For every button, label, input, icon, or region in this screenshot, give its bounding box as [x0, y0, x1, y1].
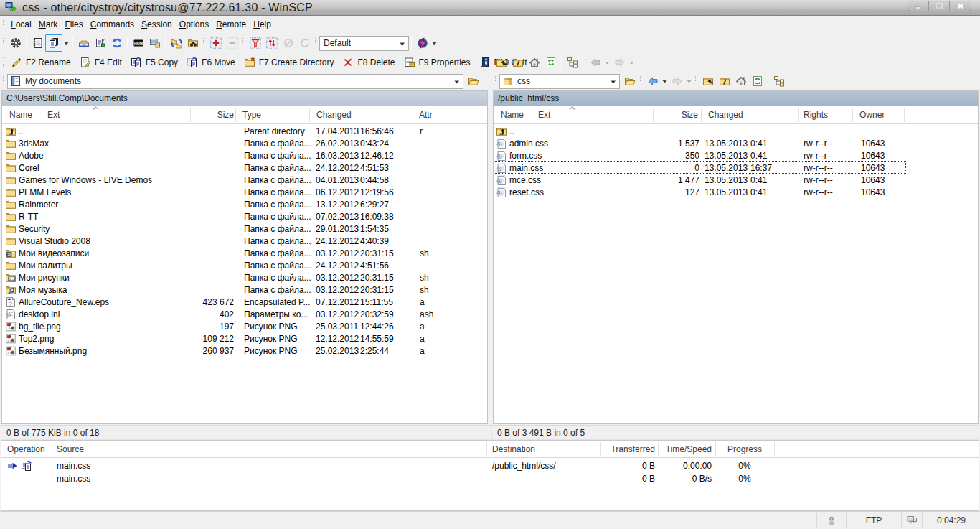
- home-button[interactable]: [732, 72, 749, 90]
- file-row-Games for Windows - LIVE Demos[interactable]: Games for Windows - LIVE DemosПапка с фа…: [2, 174, 487, 187]
- dropdown-caret[interactable]: [661, 72, 669, 90]
- synchronize-browsing-button[interactable]: [75, 34, 92, 52]
- menu-session[interactable]: Session: [138, 18, 176, 32]
- transfer-settings-button[interactable]: [92, 34, 108, 52]
- file-row-mce.css[interactable]: mce.css1 47713.05.20130:41rw-r--r--10643: [494, 174, 978, 187]
- combo-arrow-icon[interactable]: [611, 80, 616, 84]
- synchronize-button[interactable]: [168, 34, 184, 52]
- toolbar-grip[interactable]: [242, 37, 245, 49]
- file-row-admin.css[interactable]: admin.css1 53713.05.20130:41rw-r--r--106…: [494, 138, 978, 150]
- column-header-rights[interactable]: Rights: [804, 109, 828, 121]
- queue-column-source[interactable]: Source: [57, 444, 84, 456]
- file-row-desktop.ini[interactable]: desktop.ini402Параметры ко...03.12.20122…: [2, 309, 487, 321]
- file-row-Rainmeter[interactable]: RainmeterПапка с файла...13.12.20126:29:…: [2, 199, 487, 211]
- file-row-Безымянный.png[interactable]: Безымянный.png260 937Рисунок PNG25.02.20…: [2, 345, 487, 357]
- column-header-size[interactable]: Size: [191, 109, 234, 121]
- home-directory-button[interactable]: HOM: [130, 34, 146, 52]
- refresh-button[interactable]: [108, 34, 125, 52]
- tree-button[interactable]: [771, 72, 787, 90]
- menu-remote[interactable]: Remote: [212, 18, 250, 32]
- root-directory-button[interactable]: [509, 54, 526, 71]
- menu-files[interactable]: Files: [61, 18, 86, 32]
- combo-arrow-icon[interactable]: [454, 80, 460, 84]
- find-files-button[interactable]: [184, 34, 201, 52]
- file-row-Adobe[interactable]: AdobeПапка с файла...16.03.201312:46:12: [2, 150, 487, 162]
- delete-button[interactable]: F8 Delete: [339, 55, 400, 70]
- file-row-parent[interactable]: ..: [494, 126, 978, 138]
- local-open-directory-button[interactable]: [465, 72, 481, 90]
- select-button[interactable]: [207, 34, 224, 52]
- file-row-Top2.png[interactable]: Top2.png109 212Рисунок PNG12.12.201214:5…: [2, 333, 487, 345]
- status-network-cell[interactable]: [901, 513, 922, 528]
- invert-selection-button[interactable]: [263, 34, 280, 52]
- menu-help[interactable]: Help: [250, 18, 275, 32]
- combo-arrow-icon[interactable]: [400, 42, 405, 46]
- queue-column-transferred[interactable]: Transferred: [600, 444, 655, 456]
- column-header-changed[interactable]: Changed: [708, 109, 743, 121]
- queue-column-time-speed[interactable]: Time/Speed: [658, 444, 712, 456]
- status-lock-cell[interactable]: [816, 513, 846, 528]
- title-bar[interactable]: css - other/citystroy/citystrosu@77.222.…: [0, 0, 980, 16]
- minimize-button[interactable]: [908, 1, 929, 11]
- file-row-main.css[interactable]: main.css013.05.201316:37rw-r--r--10643: [494, 162, 978, 174]
- dropdown-caret[interactable]: [628, 54, 636, 71]
- column-divider[interactable]: [798, 108, 799, 122]
- copy-button[interactable]: F5 Copy: [127, 55, 183, 70]
- queue-column-operation[interactable]: Operation: [7, 444, 45, 456]
- column-header-changed[interactable]: Changed: [316, 109, 352, 121]
- close-button[interactable]: [950, 1, 971, 11]
- filter-button[interactable]: [247, 34, 263, 52]
- file-row-Мои видеозаписи[interactable]: Мои видеозаписиПапка с файла...03.12.201…: [2, 248, 487, 260]
- console-button[interactable]: [146, 34, 163, 52]
- toolbar-grip[interactable]: [694, 75, 697, 87]
- column-divider[interactable]: [461, 108, 461, 122]
- column-header-name[interactable]: Name: [9, 109, 32, 121]
- file-row-Security[interactable]: SecurityПапка с файла...29.01.20131:54:3…: [2, 223, 487, 235]
- toolbar-grip[interactable]: [202, 37, 205, 49]
- column-divider[interactable]: [415, 108, 415, 122]
- move-button[interactable]: F6 Move: [183, 55, 240, 70]
- toolbar-grip[interactable]: [639, 75, 642, 87]
- file-row-PFMM Levels[interactable]: PFMM LevelsПапка с файла...06.12.201212:…: [2, 187, 487, 199]
- file-row-3dsMax[interactable]: 3dsMaxПапка с файла...26.02.20130:43:24: [2, 138, 487, 150]
- local-directory-combo[interactable]: My documents: [7, 74, 463, 89]
- file-row-bg_tile.png[interactable]: bg_tile.png197Рисунок PNG25.03.201112:44…: [2, 321, 487, 333]
- maximize-button[interactable]: [929, 1, 950, 11]
- file-row-parent[interactable]: ..Parent directory17.04.201316:56:46r: [2, 126, 487, 138]
- menu-mark[interactable]: Mark: [35, 18, 62, 32]
- queue-row[interactable]: main.css/public_html/css/0 B0:00:000%: [1, 459, 979, 472]
- preferences-gear-button[interactable]: [7, 34, 24, 52]
- sessions-notebook-button[interactable]: [29, 34, 45, 52]
- column-header-owner[interactable]: Owner: [859, 109, 885, 121]
- local-path-bar[interactable]: C:\Users\Still.Comp\Documents: [2, 91, 487, 106]
- queue-column-divider[interactable]: [600, 442, 601, 456]
- queue-column-divider[interactable]: [486, 442, 487, 456]
- properties-button[interactable]: F9 Properties: [400, 55, 476, 70]
- column-divider[interactable]: [852, 108, 853, 122]
- column-header-ext[interactable]: Ext: [47, 109, 60, 121]
- status-cell-ftp[interactable]: FTP: [846, 513, 901, 528]
- column-divider[interactable]: [235, 108, 236, 122]
- dropdown-caret[interactable]: [603, 54, 611, 71]
- column-divider[interactable]: [701, 108, 702, 122]
- file-row-form.css[interactable]: form.css35013.05.20130:41rw-r--r--10643: [494, 150, 978, 162]
- queue-column-divider[interactable]: [658, 442, 659, 456]
- column-header-name[interactable]: Name: [501, 109, 524, 121]
- adhoc-transfer-button[interactable]: [414, 34, 430, 52]
- column-header-size[interactable]: Size: [655, 109, 698, 121]
- queue-column-divider[interactable]: [715, 442, 716, 456]
- queue-pages-button[interactable]: [45, 34, 62, 52]
- menu-commands[interactable]: Commands: [87, 18, 138, 32]
- refresh-panel-button[interactable]: [542, 54, 559, 71]
- remote-path-bar[interactable]: /public_html/css: [494, 91, 978, 106]
- status-cell-0-04-29[interactable]: 0:04:29: [922, 513, 980, 528]
- file-row-R-TT[interactable]: R-TTПапка с файла...07.02.201316:09:38: [2, 211, 487, 223]
- column-divider[interactable]: [904, 108, 905, 122]
- file-row-Visual Studio 2008[interactable]: Visual Studio 2008Папка с файла...24.12.…: [2, 235, 487, 248]
- toolbar-grip[interactable]: [582, 57, 585, 68]
- queue-column-destination[interactable]: Destination: [492, 444, 535, 456]
- tree-button[interactable]: [564, 54, 580, 71]
- transfer-settings-combo[interactable]: Default: [319, 36, 409, 51]
- queue-row[interactable]: main.css0 B0 B/s0%: [1, 472, 979, 485]
- dropdown-caret[interactable]: [62, 34, 70, 52]
